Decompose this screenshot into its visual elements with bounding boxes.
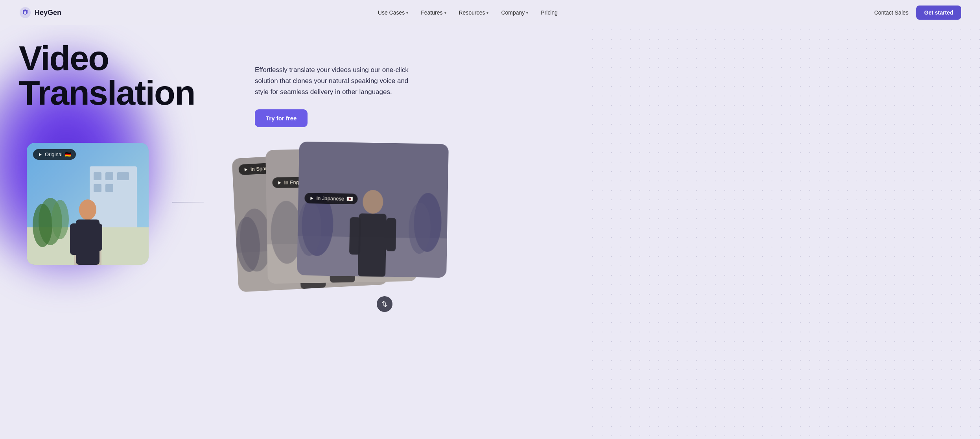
original-video-card[interactable]: Original 🇩🇪 (27, 143, 149, 265)
nav-item-company[interactable]: Company ▾ (501, 9, 528, 16)
chevron-down-icon: ▾ (444, 11, 446, 15)
japanese-flag: 🇯🇵 (346, 196, 353, 202)
nav-links: Use Cases ▾ Features ▾ Resources ▾ Compa… (378, 9, 558, 16)
heygen-logo-icon (19, 6, 31, 19)
get-started-button[interactable]: Get started (916, 6, 961, 20)
chevron-down-icon: ▾ (486, 11, 488, 15)
svg-rect-43 (386, 218, 396, 251)
svg-point-13 (79, 199, 96, 220)
nav-item-resources[interactable]: Resources ▾ (459, 9, 489, 16)
svg-rect-16 (94, 223, 102, 251)
chevron-down-icon: ▾ (526, 11, 528, 15)
svg-point-12 (52, 200, 69, 239)
try-free-button[interactable]: Try for free (255, 109, 308, 127)
nav-item-pricing[interactable]: Pricing (541, 9, 558, 16)
original-video-content (27, 143, 149, 265)
hero-content: Video Translation Effortlessly translate… (19, 41, 961, 127)
svg-rect-4 (105, 172, 113, 180)
logo-link[interactable]: HeyGen (19, 6, 61, 19)
nav-item-use-cases[interactable]: Use Cases ▾ (378, 9, 408, 16)
japanese-video-scene (297, 142, 449, 278)
hero-description: Effortlessly translate your videos using… (255, 65, 420, 98)
play-icon (243, 167, 249, 172)
navbar: HeyGen Use Cases ▾ Features ▾ Resources … (0, 0, 980, 25)
original-flag: 🇩🇪 (65, 151, 71, 157)
svg-point-11 (33, 204, 52, 247)
svg-rect-42 (349, 217, 361, 255)
nav-right: Contact Sales Get started (874, 6, 961, 20)
svg-rect-7 (105, 184, 113, 192)
swap-arrows-icon (381, 300, 389, 308)
hero-left: Video Translation (19, 41, 223, 126)
play-icon (277, 180, 282, 185)
contact-sales-link[interactable]: Contact Sales (874, 9, 908, 16)
svg-rect-5 (117, 172, 129, 180)
svg-rect-15 (70, 223, 80, 255)
play-icon (38, 152, 42, 157)
swap-button[interactable] (377, 296, 392, 312)
svg-rect-41 (358, 214, 387, 277)
japanese-video-badge: In Japanese 🇯🇵 (304, 193, 357, 204)
logo-text: HeyGen (35, 9, 61, 17)
nav-item-features[interactable]: Features ▾ (421, 9, 446, 16)
svg-rect-3 (94, 172, 101, 180)
connector-line (172, 202, 204, 203)
translated-videos-stack: In Spanish 🇪🇸 (235, 143, 961, 292)
play-icon (309, 196, 314, 201)
video-scene-bg (27, 143, 149, 265)
hero-right: Effortlessly translate your videos using… (255, 41, 420, 127)
original-video-badge: Original 🇩🇪 (33, 149, 76, 160)
videos-section: Original 🇩🇪 (19, 127, 961, 292)
chevron-down-icon: ▾ (406, 11, 408, 15)
hero-section: Video Translation Effortlessly translate… (0, 25, 980, 439)
svg-rect-6 (94, 184, 101, 192)
hero-title: Video Translation (19, 41, 223, 110)
japanese-video-card[interactable]: In Japanese 🇯🇵 (297, 142, 449, 278)
